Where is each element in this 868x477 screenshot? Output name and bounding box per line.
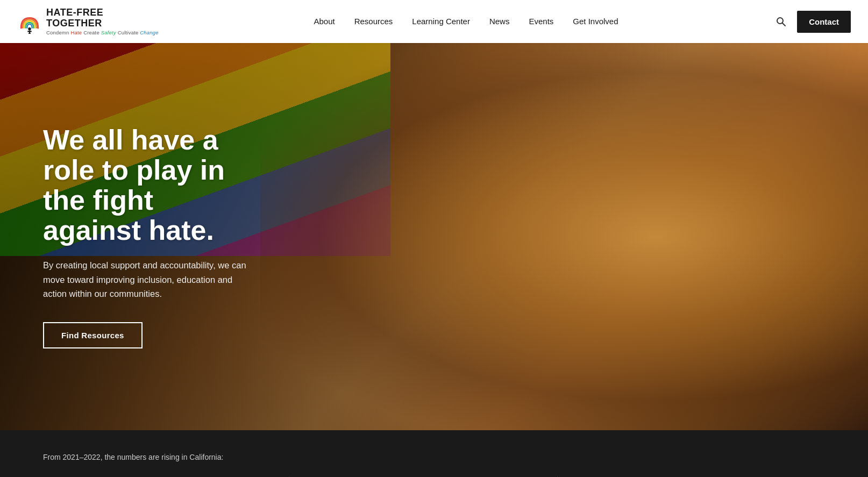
hero-title: We all have a role to play in the fight … <box>43 125 258 246</box>
contact-button[interactable]: Contact <box>797 11 851 33</box>
hero-image-overlay <box>260 43 868 430</box>
nav-link-get-involved[interactable]: Get Involved <box>573 17 618 26</box>
nav-item-get-involved[interactable]: Get Involved <box>573 17 618 26</box>
hero-section: We all have a role to play in the fight … <box>0 43 868 430</box>
nav-link-learning-center[interactable]: Learning Center <box>412 17 470 26</box>
nav-link-news[interactable]: News <box>489 17 510 26</box>
stats-section: From 2021–2022, the numbers are rising i… <box>0 430 868 477</box>
hero-content: We all have a role to play in the fight … <box>0 125 301 349</box>
hero-subtitle: By creating local support and accountabi… <box>43 258 258 301</box>
svg-line-7 <box>782 23 786 26</box>
main-nav: About Resources Learning Center News Eve… <box>314 17 618 26</box>
nav-link-resources[interactable]: Resources <box>354 17 393 26</box>
nav-item-news[interactable]: News <box>489 17 510 26</box>
nav-item-events[interactable]: Events <box>529 17 553 26</box>
navbar-right: Contact <box>773 11 851 33</box>
stats-intro: From 2021–2022, the numbers are rising i… <box>43 453 825 461</box>
search-icon <box>775 16 786 27</box>
find-resources-button[interactable]: Find Resources <box>43 322 143 348</box>
svg-point-1 <box>28 27 31 31</box>
logo[interactable]: HATE-FREE TOGETHER Condemn Hate Create S… <box>17 8 159 36</box>
logo-name: HATE-FREE TOGETHER <box>46 8 159 29</box>
nav-link-events[interactable]: Events <box>529 17 553 26</box>
nav-item-resources[interactable]: Resources <box>354 17 393 26</box>
nav-item-learning-center[interactable]: Learning Center <box>412 17 470 26</box>
nav-item-about[interactable]: About <box>314 17 335 26</box>
nav-link-about[interactable]: About <box>314 17 335 26</box>
logo-icon <box>17 9 42 34</box>
navbar: HATE-FREE TOGETHER Condemn Hate Create S… <box>0 0 868 43</box>
search-button[interactable] <box>773 14 788 29</box>
logo-tagline: Condemn Hate Create Safety Cultivate Cha… <box>46 30 159 35</box>
